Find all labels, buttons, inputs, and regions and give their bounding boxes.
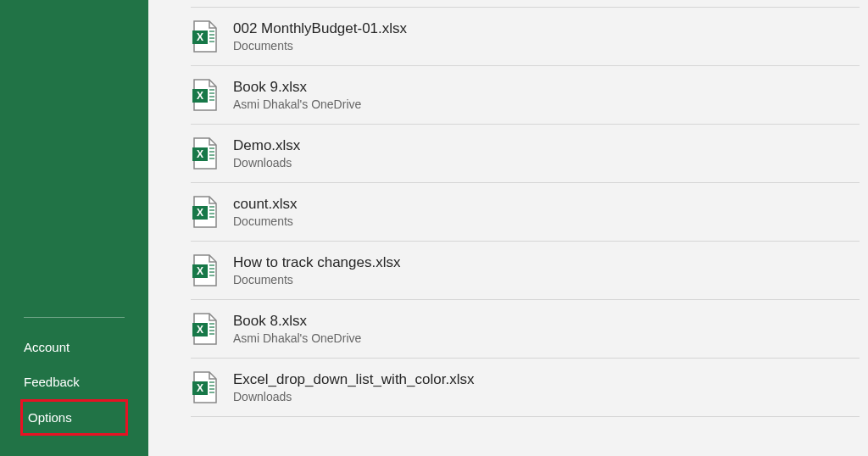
file-location: Downloads xyxy=(233,390,474,403)
file-name: Book 9.xlsx xyxy=(233,79,361,96)
svg-text:X: X xyxy=(197,90,203,102)
file-name: How to track changes.xlsx xyxy=(233,254,400,271)
sidebar-item-label: Feedback xyxy=(24,375,80,389)
file-item[interactable]: X How to track changes.xlsx Documents xyxy=(191,242,860,300)
sidebar-item-label: Account xyxy=(24,340,70,354)
file-item[interactable]: X Demo.xlsx Downloads xyxy=(191,125,860,183)
main-panel: X 002 MonthlyBudget-01.xlsx Documents X … xyxy=(148,0,868,456)
file-location: Documents xyxy=(233,273,400,286)
svg-text:X: X xyxy=(197,265,203,277)
file-name: 002 MonthlyBudget-01.xlsx xyxy=(233,20,407,37)
file-name: Demo.xlsx xyxy=(233,137,300,154)
sidebar-item-label: Options xyxy=(28,410,72,425)
file-location: Downloads xyxy=(233,156,300,170)
file-text: Excel_drop_down_list_with_color.xlsx Dow… xyxy=(233,371,474,403)
file-name: count.xlsx xyxy=(233,196,298,213)
file-text: Demo.xlsx Downloads xyxy=(233,137,300,170)
svg-text:X: X xyxy=(197,324,203,336)
sidebar-item-account[interactable]: Account xyxy=(0,330,148,364)
file-location: Documents xyxy=(233,214,298,228)
svg-text:X: X xyxy=(197,382,203,394)
file-text: How to track changes.xlsx Documents xyxy=(233,254,400,286)
file-text: count.xlsx Documents xyxy=(233,196,298,228)
file-location: Documents xyxy=(233,39,407,53)
svg-text:X: X xyxy=(197,207,203,219)
file-item[interactable]: X 002 MonthlyBudget-01.xlsx Documents xyxy=(191,7,860,66)
sidebar-item-options[interactable]: Options xyxy=(20,399,128,436)
file-item[interactable]: X count.xlsx Documents xyxy=(191,183,860,242)
file-name: Excel_drop_down_list_with_color.xlsx xyxy=(233,371,474,388)
file-location: Asmi Dhakal's OneDrive xyxy=(233,331,361,345)
excel-file-icon: X xyxy=(191,19,218,53)
file-location: Asmi Dhakal's OneDrive xyxy=(233,97,361,111)
excel-file-icon: X xyxy=(191,370,218,404)
file-text: Book 8.xlsx Asmi Dhakal's OneDrive xyxy=(233,313,361,345)
svg-text:X: X xyxy=(197,31,203,43)
excel-file-icon: X xyxy=(191,136,218,170)
sidebar-item-feedback[interactable]: Feedback xyxy=(0,364,148,399)
sidebar: Account Feedback Options xyxy=(0,0,148,456)
sidebar-divider xyxy=(24,317,125,318)
file-item[interactable]: X Book 8.xlsx Asmi Dhakal's OneDrive xyxy=(191,300,860,359)
file-item[interactable]: X Book 9.xlsx Asmi Dhakal's OneDrive xyxy=(191,66,860,125)
file-text: 002 MonthlyBudget-01.xlsx Documents xyxy=(233,20,407,53)
file-item[interactable]: X Excel_drop_down_list_with_color.xlsx D… xyxy=(191,359,860,417)
recent-file-list: X 002 MonthlyBudget-01.xlsx Documents X … xyxy=(148,7,868,417)
excel-file-icon: X xyxy=(191,253,218,287)
svg-text:X: X xyxy=(197,148,203,160)
file-text: Book 9.xlsx Asmi Dhakal's OneDrive xyxy=(233,79,361,111)
excel-file-icon: X xyxy=(191,312,218,346)
excel-file-icon: X xyxy=(191,78,218,112)
excel-file-icon: X xyxy=(191,195,218,229)
file-name: Book 8.xlsx xyxy=(233,313,361,330)
